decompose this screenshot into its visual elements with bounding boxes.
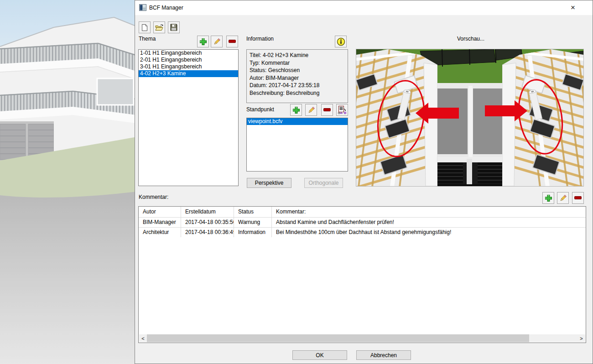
standpunkt-label: Standpunkt: [246, 106, 274, 113]
thema-list-item-selected[interactable]: 4-02 H2+3 Kamine: [139, 70, 238, 77]
comment-add-button[interactable]: [542, 192, 554, 204]
cell-erstelldatum: 2017-04-18 00:35:50: [181, 218, 234, 227]
thema-label: Thema: [139, 36, 156, 42]
standpunkt-list-item-selected[interactable]: viewpoint.bcfv: [247, 118, 348, 125]
new-document-icon: [141, 24, 148, 31]
vorschau-label: Vorschau...: [457, 36, 484, 42]
edit-pencil-icon: [213, 38, 221, 46]
standpunkt-delete-button[interactable]: [321, 104, 333, 116]
standpunkt-add-button[interactable]: [290, 104, 302, 116]
info-line: Datum: 2017-04-17 23:55:18: [250, 82, 345, 89]
new-file-button[interactable]: [139, 21, 151, 33]
info-line: Beschreibung: Beschreibung: [250, 89, 345, 97]
standpunkt-assign-button[interactable]: [336, 104, 348, 116]
add-icon: [199, 38, 207, 46]
close-icon[interactable]: ×: [566, 2, 580, 13]
info-icon: [337, 37, 345, 46]
open-file-button[interactable]: [153, 21, 165, 33]
save-icon: [170, 24, 177, 31]
orthogonal-button[interactable]: Orthogonale: [304, 178, 343, 188]
information-label: Information: [246, 36, 274, 42]
comment-row[interactable]: Architektur 2017-04-18 00:36:49 Informat…: [139, 227, 586, 237]
preview-3d-scene: [356, 49, 583, 186]
column-header-erstelldatum[interactable]: Erstelldatum: [181, 207, 234, 217]
comment-table[interactable]: Autor Erstelldatum Status Kommentar: BIM…: [138, 206, 586, 343]
delete-minus-icon: [574, 196, 582, 200]
title-bar[interactable]: BCF Manager ×: [135, 0, 593, 15]
cell-status: Warnung: [234, 218, 272, 227]
cell-autor: BIM-Manager: [139, 218, 181, 227]
perspective-button[interactable]: Perspektive: [247, 178, 291, 188]
thema-list-item[interactable]: 3-01 H1 Eingangsbereich: [139, 63, 238, 70]
delete-minus-icon: [229, 40, 236, 43]
cell-kommentar: Abstand Kamine und Dachflächenfenster pr…: [272, 218, 586, 227]
comment-edit-button[interactable]: [557, 192, 569, 204]
standpunkt-list[interactable]: viewpoint.bcfv: [246, 118, 348, 172]
app-icon: [139, 4, 146, 11]
horizontal-scrollbar[interactable]: < >: [139, 334, 585, 342]
assign-viewpoint-icon: [338, 105, 347, 114]
thema-edit-button[interactable]: [211, 36, 223, 47]
thema-add-button[interactable]: [197, 36, 209, 47]
edit-pencil-icon: [307, 106, 315, 114]
delete-minus-icon: [323, 108, 331, 112]
comment-table-header: Autor Erstelldatum Status Kommentar:: [139, 207, 586, 217]
info-line: Titel: 4-02 H2+3 Kamine: [250, 52, 345, 59]
cell-autor: Architektur: [139, 228, 181, 237]
cell-status: Information: [234, 228, 272, 237]
information-panel: Titel: 4-02 H2+3 Kamine Typ: Kommentar S…: [246, 49, 348, 103]
thema-list-item[interactable]: 2-01 H1 Eingangsbereich: [139, 57, 238, 63]
information-button[interactable]: [335, 36, 347, 47]
open-folder-icon: [155, 24, 164, 31]
thema-list-item[interactable]: 1-01 H1 Eingangsbereich: [139, 50, 238, 57]
thema-delete-button[interactable]: [226, 36, 238, 47]
comment-delete-button[interactable]: [572, 192, 584, 204]
ok-button[interactable]: OK: [292, 350, 347, 360]
standpunkt-edit-button[interactable]: [305, 104, 317, 116]
info-line: Autor: BIM-Manager: [250, 74, 345, 82]
cell-erstelldatum: 2017-04-18 00:36:49: [181, 228, 234, 237]
kommentar-label: Kommentar:: [139, 194, 168, 200]
save-button[interactable]: [168, 21, 180, 33]
cell-kommentar: Bei Mindesthöhe 100cm über Dachhaut ist …: [272, 228, 586, 237]
comment-row[interactable]: BIM-Manager 2017-04-18 00:35:50 Warnung …: [139, 217, 586, 227]
scroll-left-icon[interactable]: <: [139, 334, 147, 342]
column-header-status[interactable]: Status: [234, 207, 272, 217]
column-header-kommentar[interactable]: Kommentar:: [272, 207, 586, 217]
window-title: BCF Manager: [149, 5, 183, 11]
scroll-right-icon[interactable]: >: [577, 334, 585, 342]
viewpoint-preview-image[interactable]: [356, 49, 584, 187]
info-line: Typ: Kommentar: [250, 59, 345, 67]
column-header-autor[interactable]: Autor: [139, 207, 181, 217]
thema-list[interactable]: 1-01 H1 Eingangsbereich 2-01 H1 Eingangs…: [138, 49, 239, 186]
info-line: Status: Geschlossen: [250, 67, 345, 74]
add-icon: [545, 194, 552, 202]
edit-pencil-icon: [559, 194, 567, 202]
add-icon: [292, 106, 300, 114]
cancel-button[interactable]: Abbrechen: [356, 350, 411, 360]
bcf-manager-dialog: BCF Manager × Thema: [135, 0, 593, 364]
scrollbar-thumb[interactable]: [147, 334, 529, 342]
